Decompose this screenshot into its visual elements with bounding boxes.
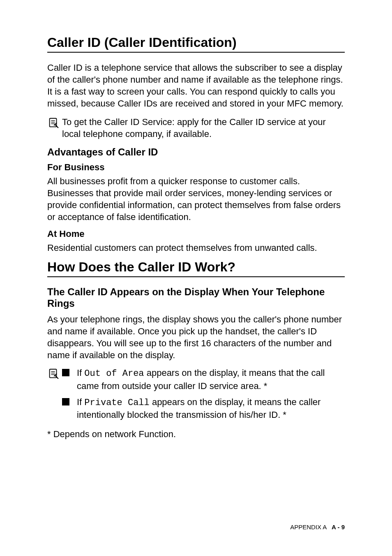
bullet-private-call: If Private Call appears on the display, … — [62, 396, 345, 421]
bullet-marker-icon — [62, 369, 69, 376]
para-home: Residential customers can protect themse… — [47, 242, 345, 254]
footer-label: APPENDIX A — [290, 524, 326, 531]
bullet-pre: If — [77, 368, 84, 378]
bullet-out-of-area: If Out of Area appears on the display, i… — [62, 367, 345, 392]
footer-page: A - 9 — [332, 524, 345, 531]
heading-for-business: For Business — [47, 162, 345, 173]
heading-how-work: How Does the Caller ID Work? — [47, 259, 345, 277]
para-business: All businesses profit from a quicker res… — [47, 175, 345, 223]
note-icon — [47, 368, 60, 382]
note-text: To get the Caller ID Service: apply for … — [62, 116, 345, 140]
intro-paragraph: Caller ID is a telephone service that al… — [47, 62, 345, 109]
heading-advantages: Advantages of Caller ID — [47, 146, 345, 158]
bullet-text: If Out of Area appears on the display, i… — [77, 367, 345, 392]
heading-caller-id-display: The Caller ID Appears on the Display Whe… — [47, 286, 345, 309]
para-display: As your telephone rings, the display sho… — [47, 313, 345, 361]
note-bullet-block: If Out of Area appears on the display, i… — [47, 367, 345, 424]
note-icon — [47, 117, 60, 131]
heading-caller-id: Caller ID (Caller IDentification) — [47, 35, 345, 53]
bullet-mono: Private Call — [84, 398, 149, 408]
heading-at-home: At Home — [47, 229, 345, 239]
bullet-pre: If — [77, 397, 84, 407]
bullet-mono: Out of Area — [84, 368, 144, 379]
bullet-text: If Private Call appears on the display, … — [77, 396, 345, 421]
note-block: To get the Caller ID Service: apply for … — [47, 116, 345, 140]
page-footer: APPENDIX A A - 9 — [290, 524, 345, 531]
bullet-marker-icon — [62, 398, 69, 405]
footnote: * Depends on network Function. — [47, 428, 345, 440]
